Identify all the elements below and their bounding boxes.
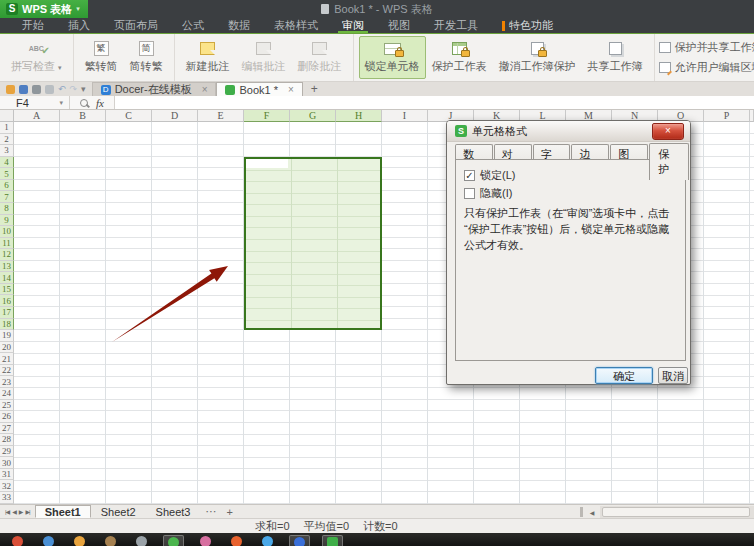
wps-menu-button[interactable]: S WPS 表格 ▾ xyxy=(0,0,88,18)
hide-checkbox[interactable]: 隐藏(I) xyxy=(464,186,512,201)
row-header-14[interactable]: 14 xyxy=(0,272,14,284)
row-header-16[interactable]: 16 xyxy=(0,295,14,307)
add-sheet-button[interactable]: + xyxy=(221,505,237,518)
more-icon[interactable]: ▾ xyxy=(81,85,86,94)
dialog-tab-保护[interactable]: 保护 xyxy=(649,143,689,180)
row-header-22[interactable]: 22 xyxy=(0,365,14,377)
doc-tab-Book1 *[interactable]: Book1 *× xyxy=(216,82,302,96)
scroll-left-icon[interactable]: ◀ xyxy=(586,506,598,518)
column-header-H[interactable]: H xyxy=(336,110,382,122)
allow-edit-ranges-button[interactable]: 允许用户编辑区域 xyxy=(659,60,754,75)
sheet-tab-Sheet1[interactable]: Sheet1 xyxy=(35,505,91,518)
save-icon[interactable] xyxy=(19,85,28,94)
menu-tab-9[interactable]: 开发工具 xyxy=(422,18,490,33)
print-preview-icon[interactable] xyxy=(45,85,54,94)
row-header-20[interactable]: 20 xyxy=(0,342,14,354)
insert-function-button[interactable]: fx xyxy=(96,97,104,109)
row-header-7[interactable]: 7 xyxy=(0,191,14,203)
sheet-nav-3[interactable]: ▶ xyxy=(19,508,23,515)
wechat-icon[interactable] xyxy=(163,535,184,546)
new-comment-button[interactable]: 新建批注 xyxy=(180,36,236,79)
column-header-G[interactable]: G xyxy=(290,110,336,122)
row-header-1[interactable]: 1 xyxy=(0,122,14,134)
menu-tab-10[interactable]: 特色功能 xyxy=(490,18,565,33)
menu-tab-4[interactable]: 公式 xyxy=(170,18,216,33)
menu-tab-1[interactable]: 开始 xyxy=(10,18,56,33)
row-header-5[interactable]: 5 xyxy=(0,168,14,180)
redo-icon[interactable]: ↷ xyxy=(70,85,78,94)
spell-check-button[interactable]: ABC✔ 拼写检查 ▾ xyxy=(5,36,68,79)
row-header-25[interactable]: 25 xyxy=(0,400,14,412)
unprotect-workbook-button[interactable]: 撤消工作簿保护 xyxy=(493,36,582,79)
row-header-10[interactable]: 10 xyxy=(0,226,14,238)
app-pink-icon[interactable] xyxy=(196,535,215,546)
menu-tab-7[interactable]: 审阅 xyxy=(330,18,376,33)
row-header-31[interactable]: 31 xyxy=(0,469,14,481)
trad-to-simp-button[interactable]: 繁 繁转简 xyxy=(79,36,124,79)
doc-tab-Docer-在线模板[interactable]: DDocer-在线模板× xyxy=(92,82,217,96)
row-header-3[interactable]: 3 xyxy=(0,145,14,157)
more-sheets-button[interactable]: ⋯ xyxy=(200,505,221,518)
select-all-corner[interactable] xyxy=(0,110,14,122)
app-orange-icon[interactable] xyxy=(227,535,246,546)
row-header-19[interactable]: 19 xyxy=(0,330,14,342)
edit-comment-button[interactable]: 编辑批注 xyxy=(236,36,292,79)
column-header-C[interactable]: C xyxy=(106,110,152,122)
ok-button[interactable]: 确定 xyxy=(595,367,653,384)
row-header-33[interactable]: 33 xyxy=(0,492,14,504)
row-header-21[interactable]: 21 xyxy=(0,353,14,365)
cancel-button[interactable]: 取消 xyxy=(658,367,688,384)
sheet-nav-1[interactable]: |◀ xyxy=(5,508,9,515)
name-box[interactable]: F4 ▾ xyxy=(0,96,70,109)
row-header-2[interactable]: 2 xyxy=(0,134,14,146)
row-header-6[interactable]: 6 xyxy=(0,180,14,192)
formula-input[interactable] xyxy=(115,96,754,109)
new-document-tab-button[interactable]: + xyxy=(303,82,326,96)
row-header-24[interactable]: 24 xyxy=(0,388,14,400)
row-header-8[interactable]: 8 xyxy=(0,203,14,215)
share-workbook-button[interactable]: 共享工作簿 xyxy=(582,36,649,79)
column-header-I[interactable]: I xyxy=(382,110,428,122)
menu-tab-8[interactable]: 视图 xyxy=(376,18,422,33)
column-header-P[interactable]: P xyxy=(704,110,750,122)
column-header-E[interactable]: E xyxy=(198,110,244,122)
row-header-30[interactable]: 30 xyxy=(0,457,14,469)
magnifier-icon[interactable] xyxy=(80,99,88,107)
row-header-13[interactable]: 13 xyxy=(0,261,14,273)
row-header-23[interactable]: 23 xyxy=(0,376,14,388)
app-skyblue-icon[interactable] xyxy=(258,535,277,546)
row-header-4[interactable]: 4 xyxy=(0,157,14,169)
sheet-tab-Sheet2[interactable]: Sheet2 xyxy=(91,505,146,518)
column-header-F[interactable]: F xyxy=(244,110,290,122)
stocks-icon[interactable] xyxy=(289,535,310,546)
print-icon[interactable] xyxy=(32,85,41,94)
protect-and-share-button[interactable]: 保护并共享工作簿 xyxy=(659,40,754,55)
menu-tab-3[interactable]: 页面布局 xyxy=(102,18,170,33)
menu-tab-2[interactable]: 插入 xyxy=(56,18,102,33)
dialog-close-button[interactable]: × xyxy=(652,123,684,140)
close-icon[interactable]: × xyxy=(202,84,208,95)
row-header-12[interactable]: 12 xyxy=(0,249,14,261)
close-icon[interactable]: × xyxy=(288,84,294,95)
column-header-B[interactable]: B xyxy=(60,110,106,122)
row-header-9[interactable]: 9 xyxy=(0,215,14,227)
horizontal-scrollbar-thumb[interactable] xyxy=(602,507,750,517)
row-header-11[interactable]: 11 xyxy=(0,238,14,250)
sheet-nav-2[interactable]: ◀ xyxy=(12,508,16,515)
row-header-17[interactable]: 17 xyxy=(0,307,14,319)
row-header-18[interactable]: 18 xyxy=(0,319,14,331)
row-header-26[interactable]: 26 xyxy=(0,411,14,423)
menu-tab-6[interactable]: 表格样式 xyxy=(262,18,330,33)
simp-to-trad-button[interactable]: 简 简转繁 xyxy=(124,36,169,79)
sheet-nav-4[interactable]: ▶| xyxy=(25,508,29,515)
row-header-15[interactable]: 15 xyxy=(0,284,14,296)
column-header-D[interactable]: D xyxy=(152,110,198,122)
delete-comment-button[interactable]: 删除批注 xyxy=(292,36,348,79)
row-header-27[interactable]: 27 xyxy=(0,423,14,435)
row-header-32[interactable]: 32 xyxy=(0,480,14,492)
sheet-tab-Sheet3[interactable]: Sheet3 xyxy=(146,505,201,518)
undo-icon[interactable]: ↶ xyxy=(58,85,66,94)
tab-scroll-splitter[interactable] xyxy=(580,507,583,517)
row-header-28[interactable]: 28 xyxy=(0,434,14,446)
lock-cell-button[interactable]: 锁定单元格 xyxy=(359,36,426,79)
